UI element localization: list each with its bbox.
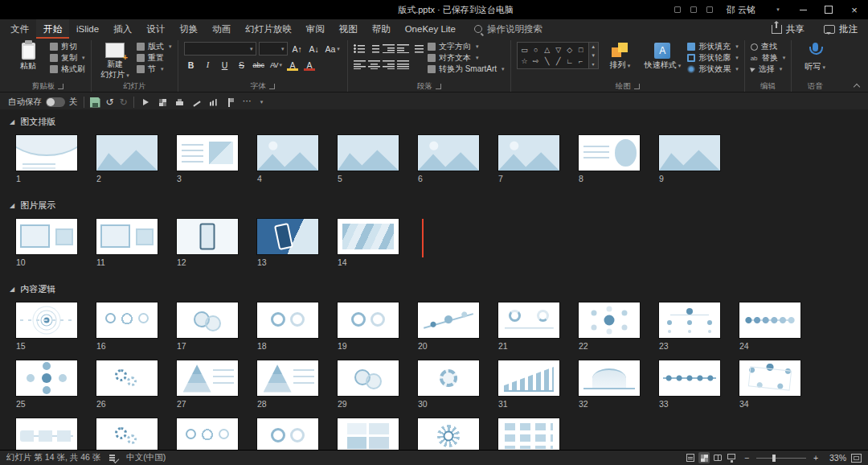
slide-thumbnail-18[interactable] (257, 302, 318, 338)
collapse-ribbon-button[interactable] (852, 81, 862, 89)
section-header[interactable]: ◢图文排版 (10, 116, 868, 128)
zoom-in-button[interactable]: + (811, 453, 821, 463)
change-case-button[interactable]: Aa▾ (324, 43, 342, 55)
ribbon-display-options-icon[interactable]: ▾ (765, 0, 789, 19)
new-slide-button[interactable]: 新建 幻灯片▾ (97, 42, 133, 80)
tab-insert[interactable]: 插入 (106, 19, 139, 39)
chart-icon[interactable] (207, 97, 219, 109)
gallery-more-icon[interactable]: ▾ (592, 61, 595, 67)
shape-3[interactable]: ▽ (553, 44, 564, 56)
editing-replace[interactable]: 替换▾ (751, 53, 786, 63)
tab-design[interactable]: 设计 (139, 19, 172, 39)
character-spacing-button[interactable]: AV▾ (268, 59, 283, 71)
dialog-launcher-icon[interactable] (634, 84, 640, 89)
start-slideshow-icon[interactable] (140, 97, 152, 109)
redo-icon[interactable]: ↻ (120, 97, 128, 108)
slides-reset[interactable]: 重置 (137, 53, 172, 63)
bullets-button[interactable] (354, 44, 366, 53)
slide-thumbnail-33[interactable] (659, 360, 720, 396)
slideshow-view-icon[interactable] (726, 452, 737, 463)
bold-button[interactable]: B (184, 59, 199, 71)
dialog-launcher-icon[interactable] (58, 84, 63, 89)
zoom-slider[interactable] (756, 453, 806, 463)
print-preview-icon[interactable] (174, 97, 186, 109)
slide-thumbnail-27[interactable] (177, 360, 238, 396)
paragraph-text-direction[interactable]: 文字方向▾ (428, 42, 505, 51)
scroll-down-icon[interactable]: ▼ (591, 53, 596, 58)
dictate-button[interactable]: 听写▾ (797, 42, 833, 72)
paragraph-convert-to-smartart[interactable]: 转换为 SmartArt▾ (428, 64, 505, 74)
zoom-level[interactable]: 33% (825, 453, 846, 463)
numbering-button[interactable] (368, 44, 380, 53)
slide-thumbnail-6[interactable] (418, 135, 479, 171)
share-button[interactable]: 共享 (764, 22, 812, 37)
shape-8[interactable]: ╲ (542, 56, 553, 67)
shape-6[interactable]: ☆ (519, 56, 530, 67)
underline-button[interactable]: U (218, 59, 232, 71)
section-header[interactable]: ◢内容逻辑 (10, 283, 868, 295)
shape-gallery-scrollbar[interactable]: ▲ ▼ ▾ (589, 42, 599, 69)
slides-layout[interactable]: 版式▾ (137, 42, 172, 51)
slide-thumbnail-40[interactable] (418, 418, 479, 451)
shape-7[interactable]: ⇨ (530, 56, 542, 67)
slide-thumbnail-2[interactable] (96, 135, 158, 171)
slide-thumbnail-22[interactable] (579, 302, 640, 338)
strikethrough-button[interactable]: abc (252, 59, 267, 71)
more-commands-icon[interactable] (241, 97, 253, 109)
font-color-button[interactable]: A (302, 59, 317, 71)
dialog-launcher-icon[interactable] (436, 84, 441, 89)
slide-thumbnail-28[interactable] (257, 360, 318, 396)
slide-thumbnail-34[interactable] (739, 360, 800, 396)
normal-view-icon[interactable] (685, 452, 696, 463)
minimize-button[interactable] (791, 0, 815, 19)
drawing-shape-fill[interactable]: 形状填充▾ (687, 42, 739, 51)
slide-thumbnail-16[interactable] (96, 302, 158, 338)
titlebar-tool-icon-2[interactable] (686, 4, 701, 15)
slide-thumbnail-20[interactable] (418, 302, 479, 338)
reading-view-icon[interactable] (712, 452, 723, 463)
shape-1[interactable]: ○ (530, 44, 542, 56)
section-collapse-icon[interactable]: ◢ (10, 118, 14, 126)
paste-button[interactable]: 粘贴 (10, 42, 46, 71)
section-header[interactable]: ◢图片展示 (10, 200, 868, 212)
slide-thumbnail-38[interactable] (257, 418, 318, 451)
language-indicator[interactable]: 中文(中国) (126, 452, 166, 463)
spellcheck-icon[interactable] (108, 452, 119, 463)
tab-transitions[interactable]: 切换 (172, 19, 205, 39)
titlebar-tool-icon-1[interactable] (670, 4, 685, 15)
clipboard-format-painter[interactable]: 格式刷 (50, 64, 85, 74)
workspace[interactable]: ◢图文排版123456789◢图片展示1011121314◢内容逻辑151617… (0, 109, 868, 451)
drawing-shape-effects[interactable]: 形状效果▾ (687, 64, 739, 74)
slide-thumbnail-17[interactable] (177, 302, 238, 338)
bookmark-icon[interactable] (224, 97, 236, 109)
text-highlight-button[interactable]: A (285, 59, 300, 71)
slide-thumbnail-21[interactable] (498, 302, 559, 338)
slide-thumbnail-19[interactable] (338, 302, 399, 338)
zoom-thumb[interactable] (772, 455, 776, 462)
shape-11[interactable]: ⌐ (575, 56, 587, 67)
align-left-button[interactable] (354, 60, 366, 69)
ink-icon[interactable] (190, 97, 203, 109)
shape-9[interactable]: ╱ (553, 56, 564, 67)
tab-islide[interactable]: iSlide (69, 19, 106, 39)
undo-icon[interactable]: ↺ (106, 97, 114, 108)
slide-thumbnail-41[interactable] (498, 418, 559, 451)
tab-home[interactable]: 开始 (36, 19, 69, 39)
clipboard-cut[interactable]: 剪切 (50, 42, 85, 51)
slide-thumbnail-15[interactable] (16, 302, 77, 338)
tab-animations[interactable]: 动画 (205, 19, 238, 39)
line-spacing-button[interactable] (411, 44, 424, 53)
align-right-button[interactable] (383, 60, 395, 69)
font-size-combo[interactable]: ▾ (259, 42, 288, 56)
slide-thumbnail-12[interactable] (177, 219, 238, 254)
slide-thumbnail-7[interactable] (498, 135, 559, 171)
titlebar-tool-icon-3[interactable] (702, 4, 717, 15)
slide-thumbnail-10[interactable] (16, 219, 77, 254)
comments-button[interactable]: 批注 (817, 22, 865, 37)
tab-file[interactable]: 文件 (3, 19, 36, 39)
slide-thumbnail-36[interactable] (96, 418, 158, 451)
slide-thumbnail-1[interactable] (16, 135, 77, 171)
tab-view[interactable]: 视图 (332, 19, 365, 39)
slide-thumbnail-25[interactable] (16, 360, 77, 396)
align-center-button[interactable] (368, 60, 380, 69)
